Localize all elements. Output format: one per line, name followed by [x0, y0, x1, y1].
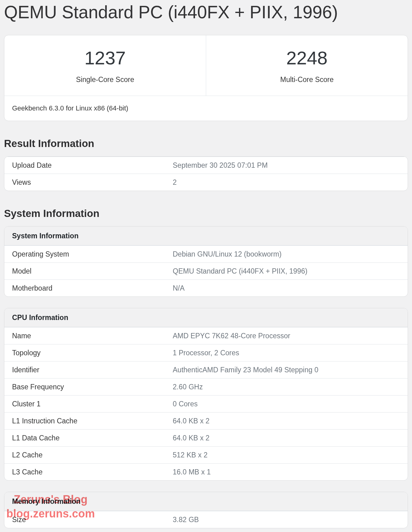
page-title: QEMU Standard PC (i440FX + PIIX, 1996) [4, 0, 408, 22]
row-value: 64.0 KB x 2 [169, 430, 408, 446]
cpu-information-rows: Name AMD EPYC 7K62 48-Core Processor Top… [4, 327, 408, 480]
score-row: 1237 Single-Core Score 2248 Multi-Core S… [4, 35, 408, 96]
row-label: L1 Instruction Cache [4, 413, 169, 429]
section-heading-system-information: System Information [4, 208, 408, 219]
row-value: AuthenticAMD Family 23 Model 49 Stepping… [169, 361, 408, 378]
table-row: Views 2 [4, 174, 408, 191]
row-value: 0 Cores [169, 396, 408, 412]
system-information-card: System Information Operating System Debi… [4, 226, 408, 297]
system-information-rows: Operating System Debian GNU/Linux 12 (bo… [4, 245, 408, 296]
page-container: QEMU Standard PC (i440FX + PIIX, 1996) 1… [0, 0, 412, 528]
table-row: Topology 1 Processor, 2 Cores [4, 344, 408, 361]
row-label: Name [4, 327, 169, 344]
row-label: L1 Data Cache [4, 430, 169, 446]
row-label: Identifier [4, 361, 169, 378]
table-row: L1 Instruction Cache 64.0 KB x 2 [4, 412, 408, 429]
table-row: Model QEMU Standard PC (i440FX + PIIX, 1… [4, 262, 408, 279]
benchmark-version: Geekbench 6.3.0 for Linux x86 (64-bit) [4, 96, 408, 121]
single-core-score-label: Single-Core Score [4, 76, 206, 84]
multi-core-score-panel: 2248 Multi-Core Score [206, 35, 408, 96]
row-label: L3 Cache [4, 464, 169, 480]
table-row: L1 Data Cache 64.0 KB x 2 [4, 429, 408, 446]
row-value: 64.0 KB x 2 [169, 413, 408, 429]
table-row: L3 Cache 16.0 MB x 1 [4, 463, 408, 480]
score-summary-card: 1237 Single-Core Score 2248 Multi-Core S… [4, 35, 408, 121]
system-information-card-header: System Information [4, 227, 408, 245]
table-row: Size 3.82 GB [4, 511, 408, 528]
row-value: QEMU Standard PC (i440FX + PIIX, 1996) [169, 263, 408, 279]
section-heading-result-information: Result Information [4, 138, 408, 149]
memory-information-rows: Size 3.82 GB [4, 511, 408, 528]
row-value: 16.0 MB x 1 [169, 464, 408, 480]
table-row: Operating System Debian GNU/Linux 12 (bo… [4, 245, 408, 262]
multi-core-score-label: Multi-Core Score [206, 76, 408, 84]
row-label: Cluster 1 [4, 396, 169, 412]
row-value: 3.82 GB [169, 511, 408, 528]
table-row: Name AMD EPYC 7K62 48-Core Processor [4, 327, 408, 344]
row-value: AMD EPYC 7K62 48-Core Processor [169, 327, 408, 344]
row-value: 1 Processor, 2 Cores [169, 344, 408, 361]
row-value: September 30 2025 07:01 PM [169, 157, 408, 174]
cpu-information-card-header: CPU Information [4, 308, 408, 327]
table-row: Cluster 1 0 Cores [4, 395, 408, 412]
row-label: Views [4, 174, 169, 191]
row-label: Size [4, 511, 169, 528]
table-row: Upload Date September 30 2025 07:01 PM [4, 157, 408, 174]
row-label: Topology [4, 344, 169, 361]
row-label: L2 Cache [4, 447, 169, 463]
row-label: Motherboard [4, 280, 169, 296]
single-core-score-panel: 1237 Single-Core Score [4, 35, 206, 96]
row-value: Debian GNU/Linux 12 (bookworm) [169, 246, 408, 262]
row-value: 2.60 GHz [169, 378, 408, 395]
memory-information-card: Memory Information Size 3.82 GB [4, 492, 408, 528]
row-value: 512 KB x 2 [169, 447, 408, 463]
multi-core-score-value: 2248 [206, 48, 408, 68]
row-value: 2 [169, 174, 408, 191]
table-row: Motherboard N/A [4, 279, 408, 296]
cpu-information-card: CPU Information Name AMD EPYC 7K62 48-Co… [4, 308, 408, 481]
row-label: Upload Date [4, 157, 169, 174]
row-label: Operating System [4, 246, 169, 262]
memory-information-card-header: Memory Information [4, 492, 408, 511]
row-label: Model [4, 263, 169, 279]
table-row: Identifier AuthenticAMD Family 23 Model … [4, 361, 408, 378]
table-row: L2 Cache 512 KB x 2 [4, 446, 408, 463]
row-label: Base Frequency [4, 378, 169, 395]
result-information-card: Upload Date September 30 2025 07:01 PM V… [4, 156, 408, 191]
table-row: Base Frequency 2.60 GHz [4, 378, 408, 395]
single-core-score-value: 1237 [4, 48, 206, 68]
row-value: N/A [169, 280, 408, 296]
